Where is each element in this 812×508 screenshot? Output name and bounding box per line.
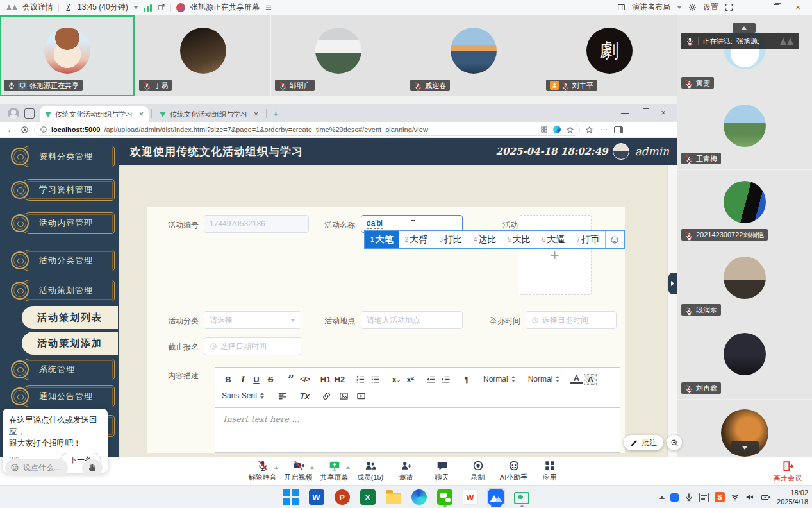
- annotate-button[interactable]: 批注: [624, 435, 663, 450]
- chevron-down-icon[interactable]: [677, 6, 682, 9]
- quick-chat-input[interactable]: 说点什么...: [5, 459, 68, 476]
- sidebar-item-notice-management[interactable]: 通知公告管理: [19, 385, 115, 407]
- fullscreen-icon[interactable]: [725, 3, 733, 12]
- expand-panel-handle[interactable]: [668, 273, 677, 294]
- browser-restore-button[interactable]: [634, 108, 654, 117]
- deadline-input[interactable]: 选择日期时间: [204, 337, 301, 355]
- activity-location-input[interactable]: 请输入活动地点: [361, 311, 463, 329]
- sidebar-subitem-planning-add[interactable]: 活动策划添加: [22, 332, 118, 355]
- apps-button[interactable]: 应用: [534, 460, 565, 482]
- video-tile[interactable]: 202142300722刘桐恺: [677, 170, 812, 246]
- restore-button[interactable]: [768, 3, 784, 12]
- chat-button[interactable]: 聊天: [427, 460, 458, 482]
- gear-icon[interactable]: [688, 3, 697, 12]
- site-info-icon[interactable]: [40, 126, 47, 133]
- video-tile[interactable]: 丁易: [135, 15, 270, 96]
- sidebar-panel-icon[interactable]: [614, 126, 623, 133]
- bullet-list-icon[interactable]: [370, 375, 380, 384]
- ime-candidate[interactable]: 2大臂: [399, 231, 434, 248]
- meeting-details-button[interactable]: 会议详情: [22, 2, 53, 13]
- split-screen-icon[interactable]: [540, 126, 548, 133]
- leave-meeting-button[interactable]: 离开会议: [774, 461, 802, 483]
- size-select[interactable]: Normal: [481, 375, 518, 384]
- activity-category-select[interactable]: 请选择: [204, 311, 301, 329]
- ime-emoji-icon[interactable]: [605, 231, 624, 248]
- blockquote-button[interactable]: ”: [285, 373, 297, 385]
- video-tile[interactable]: 刘再鑫: [677, 321, 812, 399]
- collapse-panel-button[interactable]: [733, 23, 756, 33]
- taskbar-powerpoint[interactable]: P: [333, 488, 351, 506]
- browser-profile-icon[interactable]: [8, 108, 19, 119]
- ime-candidate[interactable]: 7打币: [570, 231, 605, 248]
- taskbar-word[interactable]: W: [308, 488, 326, 506]
- browser-minimize-button[interactable]: —: [615, 108, 634, 117]
- invite-button[interactable]: 邀请: [391, 460, 422, 482]
- taskbar-wps[interactable]: W: [461, 488, 479, 506]
- poster-upload-box[interactable]: +: [518, 215, 592, 295]
- indent-icon[interactable]: [441, 375, 451, 384]
- share-screen-button[interactable]: 共享屏幕: [319, 460, 350, 482]
- sidebar-item-system-management[interactable]: 系统管理: [19, 359, 115, 380]
- video-tile[interactable]: 戚迎春: [406, 15, 541, 96]
- ime-candidate[interactable]: 5大比: [502, 231, 536, 248]
- settings-button[interactable]: 设置: [703, 2, 718, 13]
- video-tile[interactable]: 邹明广: [271, 15, 406, 96]
- video-tile[interactable]: 劇 刘丰平: [542, 15, 677, 96]
- meeting-timer[interactable]: 13:45 (40分钟): [78, 2, 128, 13]
- header2-button[interactable]: H2: [333, 375, 346, 384]
- copilot-icon[interactable]: [553, 126, 561, 133]
- zoom-in-button[interactable]: [667, 435, 682, 450]
- close-button[interactable]: ×: [790, 3, 806, 12]
- taskbar-meeting-app[interactable]: [487, 488, 505, 506]
- sogou-ime-icon[interactable]: S: [715, 492, 725, 502]
- ime-candidate[interactable]: 1大笔: [365, 231, 399, 248]
- favorites-bar-icon[interactable]: [585, 126, 593, 134]
- browser-tab-admin[interactable]: 传统文化活动组织与学习-admin ×: [40, 106, 149, 122]
- admin-avatar[interactable]: [613, 143, 629, 160]
- tray-expand-icon[interactable]: [659, 496, 665, 499]
- record-button[interactable]: 录制: [463, 460, 493, 482]
- taskbar-screenshare[interactable]: [513, 488, 531, 506]
- background-color-button[interactable]: A: [584, 374, 597, 385]
- admin-username[interactable]: admin: [634, 145, 669, 158]
- start-video-button[interactable]: 开启视频: [283, 460, 314, 482]
- wifi-icon[interactable]: [731, 493, 740, 502]
- layout-switch-button[interactable]: 演讲者布局: [632, 2, 670, 13]
- ime-candidate[interactable]: 3打比: [433, 231, 468, 248]
- sidebar-subitem-planning-list[interactable]: 活动策划列表: [22, 306, 118, 329]
- clean-format-button[interactable]: Tx: [298, 391, 311, 401]
- video-tile[interactable]: 王青梅: [677, 94, 812, 169]
- header-select[interactable]: Normal: [526, 375, 563, 384]
- members-button[interactable]: 成员(15): [355, 460, 386, 482]
- tab-manager-icon[interactable]: [24, 108, 35, 119]
- subscript-button[interactable]: x₂: [390, 375, 402, 384]
- ime-candidate[interactable]: 6大逼: [536, 231, 571, 248]
- image-icon[interactable]: [339, 391, 349, 401]
- refresh-icon[interactable]: [19, 124, 30, 135]
- close-tab-icon[interactable]: ×: [139, 110, 144, 119]
- underline-button[interactable]: U: [250, 375, 263, 384]
- direction-button[interactable]: ¶: [460, 375, 473, 384]
- minimize-button[interactable]: —: [747, 3, 762, 12]
- taskbar-explorer[interactable]: [385, 488, 402, 506]
- clock[interactable]: 18:02 2025/4/18: [777, 488, 808, 507]
- strike-button[interactable]: S: [264, 375, 277, 384]
- code-block-button[interactable]: </>: [299, 375, 311, 383]
- link-icon[interactable]: [322, 391, 331, 401]
- sidebar-item-activity-category[interactable]: 活动分类管理: [19, 250, 115, 271]
- ime-panel-icon[interactable]: [699, 493, 709, 502]
- favorite-star-icon[interactable]: [566, 126, 574, 134]
- outdent-icon[interactable]: [426, 375, 436, 384]
- video-tile[interactable]: 张旭源正在共享: [0, 15, 135, 96]
- new-tab-button[interactable]: +: [273, 108, 279, 119]
- italic-button[interactable]: I: [236, 375, 249, 384]
- text-color-button[interactable]: A: [570, 375, 583, 384]
- ime-candidate[interactable]: 4达比: [468, 231, 502, 248]
- list-menu-icon[interactable]: [265, 4, 272, 12]
- start-button[interactable]: [282, 488, 300, 506]
- superscript-button[interactable]: x²: [404, 375, 417, 384]
- taskbar-excel[interactable]: X: [359, 488, 377, 506]
- taskbar-wechat[interactable]: [436, 488, 454, 506]
- tray-meeting-icon[interactable]: [670, 493, 679, 502]
- volume-icon[interactable]: [745, 493, 754, 502]
